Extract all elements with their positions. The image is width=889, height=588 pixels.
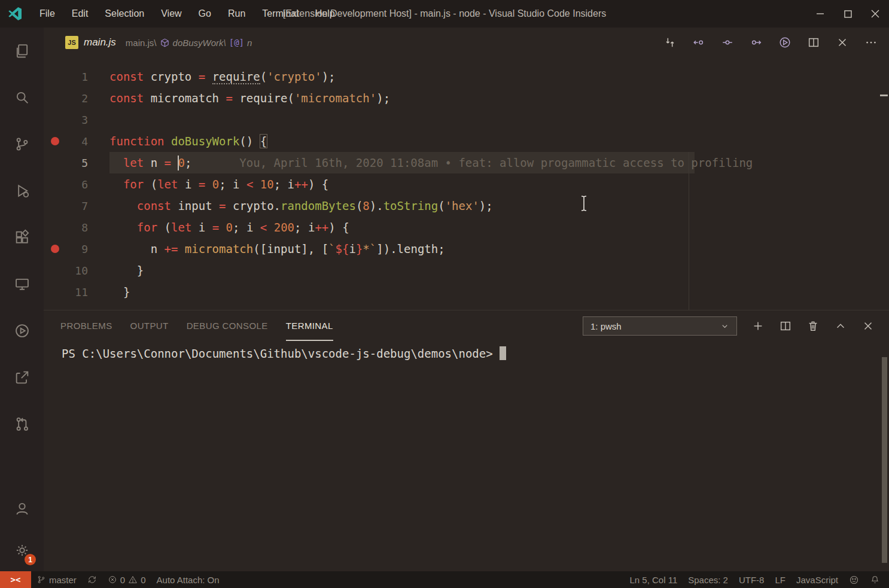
breakpoint-dot[interactable] [51,72,59,81]
new-terminal-icon[interactable] [749,317,767,335]
git-blame-annotation: You, April 16th, 2020 11:08am • feat: al… [239,156,753,169]
compare-changes-icon[interactable] [661,33,679,51]
split-editor-icon[interactable] [805,33,823,51]
breakpoint-dot[interactable] [51,245,59,253]
extensions-icon[interactable] [0,214,44,261]
panel-header: PROBLEMS OUTPUT DEBUG CONSOLE TERMINAL 1… [44,310,889,342]
tab-output[interactable]: OUTPUT [130,311,169,341]
breakpoint-dot[interactable] [51,137,59,145]
symbol-variable-icon: [@] [229,38,244,47]
breakpoint-dot[interactable] [51,223,59,231]
tab-terminal[interactable]: TERMINAL [286,311,333,341]
terminal-select-value: 1: pwsh [590,321,622,331]
menu-go[interactable]: Go [190,0,220,28]
maximize-button[interactable] [834,0,861,28]
breakpoint-dot[interactable] [51,266,59,275]
tab-debug-console[interactable]: DEBUG CONSOLE [187,311,268,341]
breakpoint-dot[interactable] [51,115,59,124]
file-name-label[interactable]: main.js [84,36,116,48]
line-number: 1 [59,71,109,83]
remote-indicator[interactable]: >< [0,571,31,588]
close-editor-icon[interactable] [833,33,851,51]
code-line[interactable]: n += micromatch([input], [`${i}*`]).leng… [109,238,889,260]
line-number: 8 [59,221,109,234]
github-pull-requests-icon[interactable] [0,401,44,447]
breakpoint-dot[interactable] [51,202,59,210]
status-bar: >< master 0 0 Auto Attach: On Ln 5, Col … [0,571,889,588]
breakpoint-dot[interactable] [51,94,59,102]
settings-gear-icon[interactable]: 1 [0,529,44,571]
tab-problems[interactable]: PROBLEMS [60,311,112,341]
notification-badge: 1 [25,554,36,565]
code-line[interactable]: const crypto = require('crypto'); [109,66,889,87]
sync-item[interactable] [82,571,102,588]
menu-run[interactable]: Run [220,0,254,28]
remote-explorer-icon[interactable] [0,261,44,307]
line-number: 7 [59,200,109,212]
menu-selection[interactable]: Selection [96,0,153,28]
menu-file[interactable]: File [31,0,63,28]
breakpoint-dot[interactable] [51,159,59,167]
breakpoint-dot[interactable] [51,288,59,296]
indentation-item[interactable]: Spaces: 2 [683,571,733,588]
encoding-item[interactable]: UTF-8 [733,571,770,588]
code-lines: const crypto = require('crypto');const m… [109,57,889,303]
explorer-icon[interactable] [0,28,44,74]
code-line[interactable]: function doBusyWork() { [109,130,889,152]
auto-attach-item[interactable]: Auto Attach: On [151,571,225,588]
live-share-icon[interactable] [0,354,44,401]
branch-name: master [49,575,77,585]
run-file-icon[interactable] [776,33,794,51]
feedback-smiley-icon[interactable] [844,571,864,588]
account-icon[interactable] [0,488,44,529]
line-number: 6 [59,178,109,191]
code-line[interactable]: let n = 0;You, April 16th, 2020 11:08am … [109,152,889,173]
line-number: 3 [59,114,109,126]
eol-item[interactable]: LF [769,571,791,588]
error-count: 0 [120,575,125,585]
minimize-button[interactable] [806,0,834,28]
source-control-icon[interactable] [0,121,44,167]
kill-terminal-icon[interactable] [804,317,822,335]
activity-bar: 1 [0,28,44,571]
close-window-button[interactable] [861,0,889,28]
run-and-debug-icon[interactable] [0,167,44,214]
bottom-panel: PROBLEMS OUTPUT DEBUG CONSOLE TERMINAL 1… [44,310,889,571]
code-editor[interactable]: 1234567891011 const crypto = require('cr… [44,57,889,310]
cursor-position-item[interactable]: Ln 5, Col 11 [624,571,683,588]
code-line[interactable]: for (let i = 0; i < 200; i++) { [109,217,889,238]
code-line[interactable]: } [109,281,889,303]
debug-step-over-icon[interactable] [718,33,736,51]
debug-step-back-icon[interactable] [690,33,708,51]
language-mode-item[interactable]: JavaScript [791,571,844,588]
debug-step-out-icon[interactable] [747,33,765,51]
breadcrumb-file[interactable]: main.js\ [126,38,157,48]
symbol-module-icon [160,38,170,48]
breakpoint-dot[interactable] [51,180,59,188]
breadcrumb-member[interactable]: n [247,38,252,48]
code-line[interactable]: for (let i = 0; i < 10; i++) { [109,173,889,195]
line-number: 11 [59,286,109,298]
git-branch-item[interactable]: master [31,571,82,588]
terminal-scrollbar[interactable] [882,357,887,563]
search-icon[interactable] [0,74,44,121]
window-title: [Extension Development Host] - main.js -… [283,8,606,19]
notifications-bell-icon[interactable] [864,571,885,588]
menu-edit[interactable]: Edit [63,0,97,28]
split-terminal-icon[interactable] [777,317,794,335]
editor-header: JS main.js main.js\ doBusyWork\ [@] n [44,28,889,57]
breadcrumb-symbol[interactable]: doBusyWork\ [173,38,226,48]
line-number: 10 [59,264,109,277]
code-line[interactable]: const micromatch = require('micromatch')… [109,87,889,109]
code-line[interactable] [109,109,889,130]
menu-view[interactable]: View [153,0,190,28]
maximize-panel-icon[interactable] [832,317,850,335]
code-line[interactable]: } [109,260,889,281]
code-line[interactable]: const input = crypto.randomBytes(8).toSt… [109,195,889,217]
terminal-content[interactable]: PS C:\Users\Connor\Documents\Github\vsco… [44,342,889,360]
terminal-select[interactable]: 1: pwsh [583,316,737,336]
close-panel-icon[interactable] [859,317,877,335]
problems-item[interactable]: 0 0 [102,571,151,588]
more-actions-icon[interactable] [862,33,880,51]
run-profile-icon[interactable] [0,307,44,354]
